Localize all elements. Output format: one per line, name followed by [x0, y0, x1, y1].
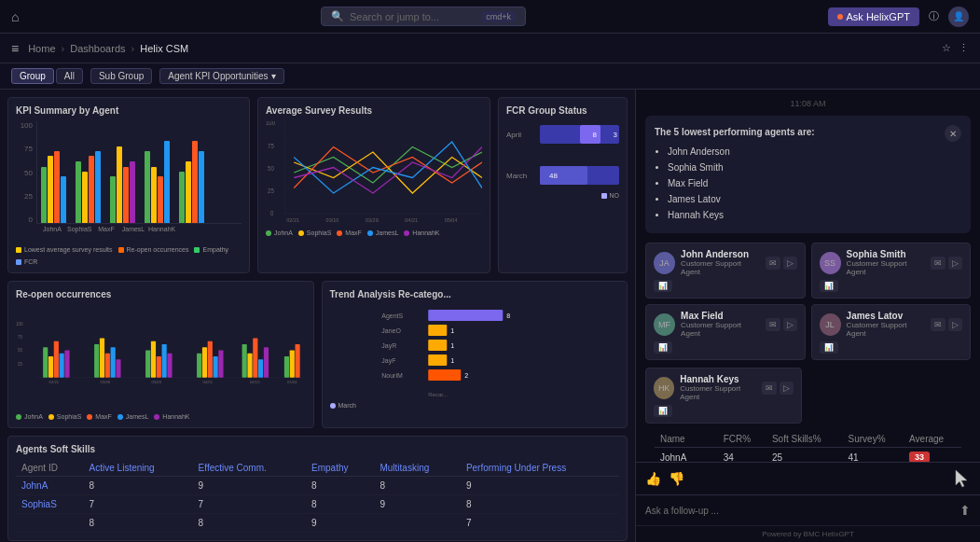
- svg-text:75: 75: [18, 335, 23, 340]
- trend-chart-card: Trend Analysis Re-catego... AgentS 8 Jan…: [322, 281, 628, 428]
- table-row: 8 8 9 7: [16, 514, 619, 533]
- breadcrumb-home[interactable]: Home: [28, 43, 55, 54]
- agent-bar-johna: [41, 151, 66, 223]
- perf-avg: 33: [904, 448, 961, 463]
- search-input-wrap[interactable]: 🔍 Search or jump to... cmd+k: [321, 7, 526, 26]
- agent-name: James Latov: [847, 311, 925, 321]
- agent-action-btn[interactable]: ▷: [948, 318, 962, 331]
- ai-follow-up-input[interactable]: [645, 506, 952, 516]
- agent-bar-jamesl: [145, 141, 170, 223]
- svg-rect-39: [197, 354, 201, 378]
- perf-fcr: 34: [718, 448, 766, 463]
- bar: [61, 176, 66, 223]
- agent-avatar: JL: [820, 313, 841, 336]
- fcr-row-april: April 8 3: [506, 125, 619, 144]
- user-avatar[interactable]: 👤: [948, 7, 969, 27]
- table-row: JohnA 8 9 8 8 9: [16, 477, 619, 495]
- trend-chart-body: AgentS 8 JaneO 1 JayR 1 Ja: [330, 305, 620, 398]
- agent-action-btn[interactable]: ▷: [948, 257, 962, 270]
- svg-text:03/20: 03/20: [152, 380, 162, 384]
- close-button[interactable]: ✕: [945, 125, 961, 142]
- cell-agent-id[interactable]: [16, 514, 84, 533]
- agent-action-btn[interactable]: ▷: [783, 318, 797, 331]
- agent-kpi-filter[interactable]: Agent KPI Opportunities ▾: [159, 68, 283, 84]
- share-button[interactable]: ⋮: [959, 42, 969, 54]
- agent-role: Customer Support Agent: [681, 321, 759, 338]
- agent-action-btn[interactable]: ▷: [783, 257, 797, 270]
- cell-agent-id[interactable]: SophiaS: [16, 495, 84, 514]
- sub-group-filter[interactable]: Sub Group: [90, 68, 152, 84]
- star-button[interactable]: ☆: [942, 42, 951, 54]
- agent-card-hannah: HK Hannah Keys Customer Support Agent ✉ …: [645, 368, 802, 424]
- kpi-chart: 100 75 50 25 0: [16, 121, 242, 243]
- menu-icon[interactable]: ≡: [11, 41, 19, 56]
- kpi-legend: Lowest average survey results Re-open oc…: [16, 246, 242, 265]
- svg-text:0: 0: [270, 210, 274, 216]
- agent-avatar: HK: [654, 377, 674, 399]
- cell-empathy: 8: [306, 495, 374, 514]
- cell-effective-comm: 9: [193, 477, 306, 495]
- powered-by: Powered by BMC HelixGPT: [636, 525, 980, 542]
- group-filter-tag[interactable]: Group: [11, 68, 54, 84]
- thumbs-up-button[interactable]: 👍: [645, 471, 661, 486]
- ask-helix-button[interactable]: Ask HelixGPT: [828, 7, 919, 26]
- survey-chart-svg: 100 75 50 25 0 02/21: [266, 121, 482, 224]
- svg-text:03/10: 03/10: [326, 217, 339, 223]
- agent-action-btn[interactable]: ✉: [766, 257, 780, 270]
- svg-marker-74: [956, 470, 967, 487]
- stats-button[interactable]: 📊: [820, 341, 838, 354]
- svg-text:03/08: 03/08: [101, 380, 111, 384]
- cell-empathy: 9: [306, 514, 374, 533]
- app-header: ⌂ 🔍 Search or jump to... cmd+k Ask Helix…: [0, 0, 980, 34]
- search-icon: 🔍: [331, 10, 344, 22]
- breadcrumb-sep1: ›: [62, 43, 65, 54]
- nav-actions: ☆ ⋮: [942, 42, 969, 54]
- survey-legend: JohnA SophiaS MaxF JamesL HannahK: [266, 229, 482, 236]
- agent-action-btn[interactable]: ✉: [766, 318, 780, 331]
- agent-action-btn[interactable]: ✉: [931, 318, 945, 331]
- dropdown-arrow: ▾: [271, 71, 276, 81]
- agent-action-btn[interactable]: ✉: [931, 257, 945, 270]
- svg-rect-62: [428, 325, 447, 336]
- breadcrumb-dashboards[interactable]: Dashboards: [70, 43, 125, 54]
- all-filter-tag[interactable]: All: [56, 68, 83, 84]
- agent-card-john: JA John Anderson Customer Support Agent …: [645, 243, 806, 299]
- nav-bar: ≡ Home › Dashboards › Helix CSM ☆ ⋮: [0, 34, 980, 63]
- bar: [186, 161, 191, 223]
- svg-text:Recat...: Recat...: [428, 392, 448, 397]
- kpi-y-labels: 100 75 50 25 0: [16, 121, 33, 224]
- breadcrumb-current[interactable]: Helix CSM: [140, 43, 188, 54]
- home-icon[interactable]: ⌂: [11, 9, 19, 24]
- thumbs-down-button[interactable]: 👎: [669, 471, 684, 486]
- fcr-bars: April 8 3 March 48: [506, 121, 619, 188]
- stats-button[interactable]: 📊: [654, 341, 672, 354]
- helix-dot: [837, 14, 843, 20]
- agent-kpi-label: Agent KPI Opportunities: [168, 71, 268, 81]
- bar: [82, 172, 88, 223]
- table-header-row: Agent ID Active Listening Effective Comm…: [16, 460, 619, 477]
- survey-chart-card: Average Survey Results 100 75 50 25 0: [257, 97, 490, 273]
- stats-button[interactable]: 📊: [820, 280, 838, 292]
- svg-rect-28: [64, 351, 69, 378]
- send-button[interactable]: ⬆: [959, 503, 971, 518]
- stats-button[interactable]: 📊: [654, 405, 672, 417]
- agent-action-btn[interactable]: ▷: [780, 382, 794, 395]
- cell-agent-id[interactable]: JohnA: [16, 477, 84, 495]
- svg-rect-38: [167, 354, 172, 378]
- agent-name: Sophia Smith: [847, 249, 925, 259]
- dashboard-area: KPI Summary by Agent 100 75 50 25 0: [0, 90, 635, 542]
- bar: [179, 172, 185, 223]
- charts-row-1: KPI Summary by Agent 100 75 50 25 0: [7, 97, 628, 273]
- col-empathy: Empathy: [306, 460, 374, 477]
- svg-rect-34: [145, 351, 150, 378]
- cursor-icon: [952, 468, 971, 489]
- breadcrumb-sep2: ›: [131, 43, 135, 54]
- agent-avatar: MF: [654, 313, 675, 336]
- help-icon[interactable]: ⓘ: [929, 9, 939, 23]
- kpi-x-labels: JohnA SophiaS MaxF JamesL HannahK: [36, 226, 242, 232]
- reopen-chart-card: Re-open occurrences 100 75 50 25: [7, 281, 314, 428]
- agent-action-btn[interactable]: ✉: [762, 382, 777, 395]
- stats-button[interactable]: 📊: [654, 280, 672, 292]
- agent-cards-grid: JA John Anderson Customer Support Agent …: [645, 243, 971, 360]
- close-icon: ✕: [949, 129, 957, 139]
